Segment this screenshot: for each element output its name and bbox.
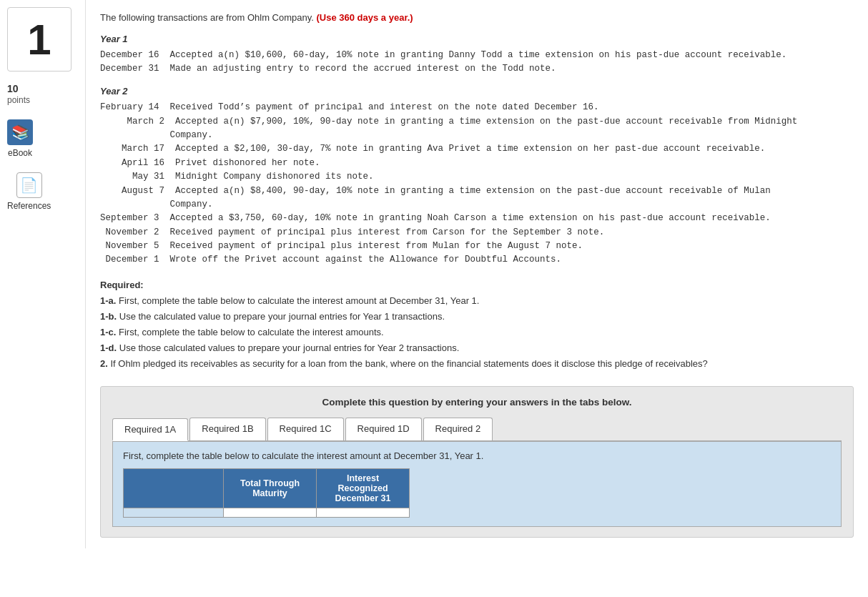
complete-box: Complete this question by entering your … [100,386,854,538]
intro-text: The following transactions are from Ohlm… [100,12,314,23]
tabs-row: Required 1A Required 1B Required 1C Requ… [112,418,842,442]
req-1c-label: 1-c. [100,327,116,337]
required-title: Required: [100,280,144,290]
ebook-link[interactable]: 📚 eBook [7,119,33,158]
table-cell-total[interactable] [224,508,317,518]
year1-line-2: December 31 Made an adjusting entry to r… [100,62,854,76]
tab-required-1a[interactable]: Required 1A [112,418,188,441]
req-1b-label: 1-b. [100,311,117,322]
page-container: 1 10 points 📚 eBook 📄 References The fol… [0,0,868,548]
tab-content-1a: First, complete the table below to calcu… [112,442,842,527]
table-cell-interest[interactable] [317,508,410,518]
year2-block: Year 2 February 14 Received Todd’s payme… [100,86,854,267]
highlight-text: (Use 360 days a year.) [317,12,413,23]
table-cell-label [124,508,224,518]
year2-line-3: March 17 Accepted a $2,100, 30-day, 7% n… [100,142,854,156]
points-value: 10 [7,83,19,94]
table-header-total: Total ThroughMaturity [224,469,317,508]
intro-paragraph: The following transactions are from Ohlm… [100,11,854,25]
references-link[interactable]: 📄 References [7,172,51,211]
tab-required-1c[interactable]: Required 1C [267,418,344,440]
year2-line-10: December 1 Wrote off the Privet account … [100,253,854,267]
req-1b-text: Use the calculated value to prepare your… [119,311,445,322]
table-header-interest: InterestRecognizedDecember 31 [317,469,410,508]
points-unit: points [7,95,30,105]
table-row [124,508,410,518]
year2-line-4: April 16 Privet dishonored her note. [100,157,854,170]
year2-title: Year 2 [100,86,854,97]
year1-title: Year 1 [100,34,854,44]
year2-line-9: November 5 Received payment of principal… [100,240,854,253]
table-header-blank [124,469,224,508]
references-icon: 📄 [16,172,42,198]
question-number: 1 [7,7,71,71]
interest-table: Total ThroughMaturity InterestRecognized… [123,468,410,518]
required-section: Required: 1-a. First, complete the table… [100,277,854,372]
tab-required-2[interactable]: Required 2 [423,418,493,440]
tab-required-1d[interactable]: Required 1D [345,418,422,440]
ebook-icon: 📚 [7,119,33,145]
year1-block: Year 1 December 16 Accepted a(n) $10,600… [100,34,854,77]
tab-required-1b[interactable]: Required 1B [189,418,265,440]
req-1a-text: First, complete the table below to calcu… [119,295,479,306]
req-1d-label: 1-d. [100,342,117,353]
year2-line-5: May 31 Midnight Company dishonored its n… [100,170,854,184]
ebook-label: eBook [8,148,32,158]
tab-1a-instruction: First, complete the table below to calcu… [123,450,831,461]
year2-line-8: November 2 Received payment of principal… [100,226,854,240]
req-2-label: 2. [100,358,108,369]
sidebar: 1 10 points 📚 eBook 📄 References [0,0,86,548]
year2-line-6: August 7 Accepted a(n) $8,400, 90-day, 1… [100,184,854,212]
year1-line-1: December 16 Accepted a(n) $10,600, 60-da… [100,49,854,62]
req-1a-label: 1-a. [100,295,116,306]
req-1c-text: First, complete the table below to calcu… [119,327,384,337]
complete-box-title: Complete this question by entering your … [112,397,842,408]
year2-line-7: September 3 Accepted a $3,750, 60-day, 1… [100,212,854,225]
references-label: References [7,201,51,211]
year2-line-1: February 14 Received Todd’s payment of p… [100,101,854,114]
year2-line-2: March 2 Accepted a(n) $7,900, 10%, 90-da… [100,115,854,143]
req-2-text: If Ohlm pledged its receivables as secur… [110,358,707,369]
main-content: The following transactions are from Ohlm… [86,0,868,548]
req-1d-text: Use those calculated values to prepare y… [119,342,460,353]
